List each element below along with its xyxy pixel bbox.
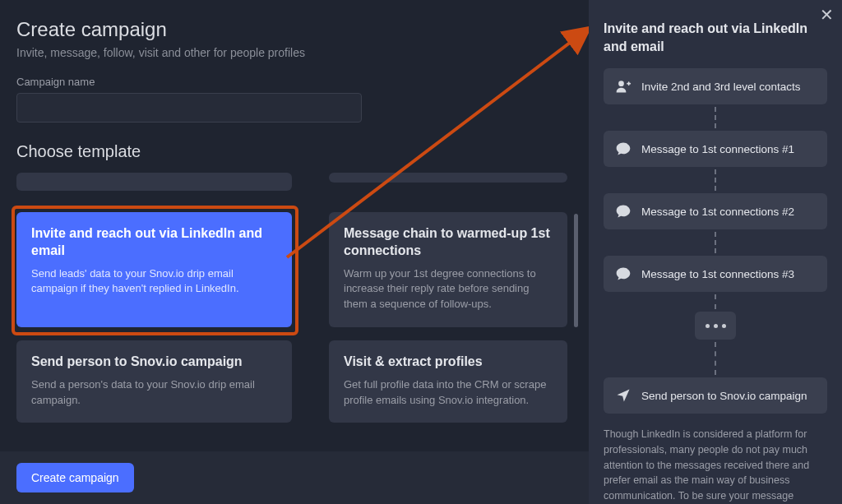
flow-step-label: Message to 1st connections #2 [641, 206, 794, 218]
panel-title: Invite and reach out via LinkedIn and em… [604, 20, 827, 55]
template-scrollbar[interactable] [574, 214, 578, 327]
create-campaign-button[interactable]: Create campaign [16, 463, 134, 492]
flow-step-label: Invite 2nd and 3rd level contacts [641, 81, 801, 93]
create-campaign-pane: Create campaign Invite, message, follow,… [0, 0, 589, 504]
message-icon [615, 141, 632, 157]
flow-step-invite[interactable]: Invite 2nd and 3rd level contacts [604, 68, 827, 104]
page-subtitle: Invite, message, follow, visit and other… [16, 46, 572, 59]
flow-step-send-snovio[interactable]: Send person to Snov.io campaign [604, 377, 827, 414]
template-card-cutoff[interactable] [329, 173, 567, 183]
panel-description: Though LinkedIn is considered a platform… [604, 427, 827, 504]
send-icon [615, 387, 632, 404]
svg-point-1 [618, 81, 624, 87]
template-card-desc: Send a person's data to your Snov.io dri… [31, 377, 277, 409]
message-icon [615, 266, 632, 282]
template-card-visit-extract[interactable]: Visit & extract profiles Get full profil… [329, 340, 567, 423]
page-title: Create campaign [16, 18, 572, 41]
flow-step-message-2[interactable]: Message to 1st connections #2 [604, 193, 827, 229]
campaign-name-input[interactable] [16, 93, 362, 123]
template-card-desc: Get full profile data into the CRM or sc… [344, 377, 553, 409]
flow-connector [715, 232, 716, 253]
template-card-cutoff[interactable] [16, 173, 292, 191]
template-card-send-snovio[interactable]: Send person to Snov.io campaign Send a p… [16, 340, 292, 423]
template-card-invite-linkedin-email[interactable]: Invite and reach out via LinkedIn and em… [16, 212, 292, 327]
flow-step-label: Message to 1st connections #1 [641, 143, 794, 155]
flow-step-message-3[interactable]: Message to 1st connections #3 [604, 256, 827, 292]
template-scroll-area: Invite and reach out via LinkedIn and em… [16, 173, 581, 436]
footer-bar: Create campaign [0, 451, 589, 504]
template-preview-panel: ✕ Invite and reach out via LinkedIn and … [589, 0, 842, 504]
flow-steps: Invite 2nd and 3rd level contacts Messag… [604, 68, 827, 414]
campaign-name-label: Campaign name [16, 76, 572, 88]
person-plus-icon [615, 78, 632, 95]
flow-step-label: Send person to Snov.io campaign [641, 390, 807, 402]
choose-template-heading: Choose template [16, 142, 572, 161]
flow-connector [715, 107, 716, 128]
template-card-title: Invite and reach out via LinkedIn and em… [31, 225, 277, 260]
message-icon [615, 203, 632, 220]
flow-connector [715, 294, 716, 309]
template-card-desc: Warm up your 1st degree connections to i… [344, 266, 553, 313]
template-card-title: Message chain to warmed-up 1st connectio… [344, 225, 553, 260]
flow-step-label: Message to 1st connections #3 [641, 268, 794, 280]
template-card-title: Send person to Snov.io campaign [31, 354, 277, 371]
template-card-message-chain[interactable]: Message chain to warmed-up 1st connectio… [329, 212, 567, 327]
template-card-title: Visit & extract profiles [344, 354, 553, 371]
flow-more-icon[interactable] [695, 312, 736, 340]
template-card-desc: Send leads' data to your Snov.io drip em… [31, 266, 277, 298]
close-icon[interactable]: ✕ [820, 7, 834, 23]
flow-step-message-1[interactable]: Message to 1st connections #1 [604, 131, 827, 167]
flow-connector [715, 342, 716, 375]
flow-connector [715, 169, 716, 191]
